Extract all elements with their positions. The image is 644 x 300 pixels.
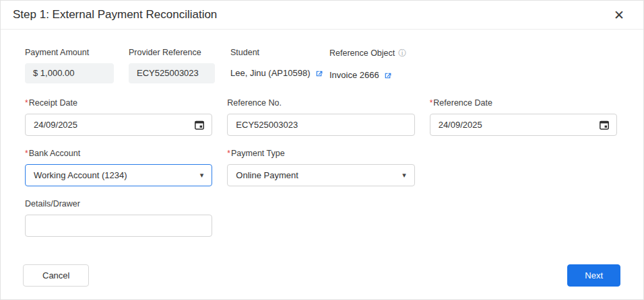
dialog-title: Step 1: External Payment Reconciliation (13, 8, 608, 22)
reference-no-label: Reference No. (227, 98, 414, 108)
required-marker: * (227, 149, 230, 158)
dialog-body: Payment Amount $ 1,000.00 Provider Refer… (1, 30, 643, 237)
form-row-dates: *Receipt Date Reference No. (25, 98, 617, 136)
reference-object-field: Reference Objectⓘ Invoice 2666 (329, 48, 617, 85)
details-drawer-field: Details/Drawer (25, 199, 212, 237)
reference-no-field: Reference No. (227, 98, 414, 136)
receipt-date-input[interactable] (25, 114, 212, 136)
reference-date-input[interactable] (430, 114, 617, 136)
details-drawer-label: Details/Drawer (25, 199, 212, 209)
close-icon[interactable]: ✕ (608, 6, 630, 24)
receipt-date-field: *Receipt Date (25, 98, 212, 136)
required-marker: * (25, 149, 28, 158)
receipt-date-label: *Receipt Date (25, 98, 212, 108)
required-marker: * (430, 98, 433, 108)
required-marker: * (25, 98, 28, 108)
bank-account-select[interactable]: Working Account (1234) ▾ (25, 164, 212, 186)
chevron-down-icon: ▾ (200, 171, 204, 180)
reference-no-input[interactable] (227, 114, 414, 136)
payment-amount-value: $ 1,000.00 (25, 63, 114, 83)
info-icon: ⓘ (398, 48, 406, 58)
bank-account-label: *Bank Account (25, 149, 212, 158)
provider-reference-field: Provider Reference ECY525003023 (129, 48, 230, 85)
invoice-external-link-icon[interactable] (383, 71, 392, 80)
payment-type-field: *Payment Type Online Payment ▾ (227, 149, 414, 186)
bank-account-field: *Bank Account Working Account (1234) ▾ (25, 149, 212, 186)
reference-date-label: *Reference Date (430, 98, 617, 108)
student-label: Student (230, 48, 329, 57)
form-row-account: *Bank Account Working Account (1234) ▾ *… (25, 149, 617, 186)
student-external-link-icon[interactable] (315, 69, 323, 78)
payment-amount-field: Payment Amount $ 1,000.00 (25, 48, 129, 85)
payment-amount-label: Payment Amount (25, 48, 129, 57)
form-row-details: Details/Drawer (25, 199, 617, 237)
dialog-header: Step 1: External Payment Reconciliation … (1, 1, 643, 30)
payment-type-select[interactable]: Online Payment ▾ (227, 164, 414, 186)
cancel-button[interactable]: Cancel (23, 264, 89, 287)
payment-reconciliation-dialog: Step 1: External Payment Reconciliation … (0, 0, 644, 300)
reference-date-field: *Reference Date (430, 98, 617, 136)
student-value: Lee, Jinu (AP10598) (230, 63, 311, 83)
next-button[interactable]: Next (567, 264, 620, 287)
details-drawer-input[interactable] (25, 215, 212, 237)
student-field: Student Lee, Jinu (AP10598) (230, 48, 329, 85)
payment-type-label: *Payment Type (227, 149, 414, 158)
chevron-down-icon: ▾ (402, 171, 406, 180)
reference-object-value: Invoice 2666 (329, 65, 379, 85)
reference-object-label: Reference Objectⓘ (329, 48, 617, 59)
provider-reference-value: ECY525003023 (129, 63, 215, 83)
bank-account-selected-value: Working Account (1234) (34, 170, 127, 180)
calendar-icon[interactable] (599, 120, 610, 130)
calendar-icon[interactable] (194, 120, 205, 130)
dialog-footer: Cancel Next (1, 264, 643, 287)
payment-type-selected-value: Online Payment (236, 170, 298, 180)
provider-reference-label: Provider Reference (129, 48, 230, 57)
summary-row: Payment Amount $ 1,000.00 Provider Refer… (25, 48, 617, 85)
